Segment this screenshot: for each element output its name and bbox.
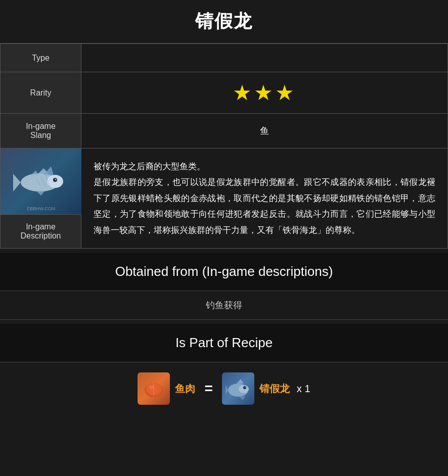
obtained-header-section: Obtained from (In-game descriptions) — [0, 253, 448, 291]
title-section: 锖假龙 — [0, 0, 448, 43]
slang-label: In-gameSlang — [1, 114, 81, 149]
jinlong-icon — [225, 375, 252, 402]
info-table: Type Rarity ★★★ In-gameSlang 鱼 — [0, 43, 448, 149]
result-label: 锖假龙 — [259, 382, 290, 396]
recipe-header-text: Is Part of Recipe — [175, 335, 273, 350]
fish-illustration — [11, 161, 71, 202]
svg-marker-24 — [237, 379, 244, 384]
fish-image: ©BBHW.COM — [1, 149, 81, 214]
recipe-header-section: Is Part of Recipe — [0, 324, 448, 362]
type-row: Type — [1, 44, 448, 72]
rarity-stars: ★★★ — [233, 80, 296, 105]
fish-meat-icon — [141, 376, 166, 401]
obtained-header-text: Obtained from (In-game descriptions) — [115, 264, 333, 279]
page-title: 锖假龙 — [195, 11, 253, 31]
svg-marker-4 — [31, 170, 38, 175]
slang-value: 鱼 — [81, 114, 448, 149]
result-quantity: x 1 — [297, 383, 310, 395]
svg-point-19 — [149, 386, 154, 389]
recipe-result: 锖假龙 x 1 — [222, 372, 310, 405]
ingredient-icon — [138, 372, 170, 405]
slang-row: In-gameSlang 鱼 — [1, 114, 448, 149]
rarity-label: Rarity — [1, 72, 81, 114]
desc-label: In-gameDescription — [1, 214, 81, 248]
ingredient-label: 鱼肉 — [175, 382, 195, 396]
rarity-value: ★★★ — [81, 72, 448, 114]
desc-row-wrapper: ©BBHW.COM In-gameDescription 被传为龙之后裔的大型鱼… — [0, 149, 448, 249]
result-icon — [222, 372, 254, 405]
recipe-ingredient: 鱼肉 — [138, 372, 195, 405]
type-label: Type — [1, 44, 81, 72]
equals-sign: = — [204, 380, 212, 397]
svg-point-7 — [55, 179, 57, 180]
svg-marker-5 — [36, 191, 45, 196]
svg-marker-27 — [239, 396, 246, 400]
obtained-value: 钓鱼获得 — [0, 291, 448, 320]
svg-point-22 — [239, 385, 249, 393]
recipe-items: 鱼肉 = 锖假龙 x 1 — [0, 362, 448, 415]
svg-point-26 — [245, 387, 246, 388]
svg-point-25 — [243, 386, 246, 389]
svg-marker-2 — [13, 174, 21, 192]
desc-content: 被传为龙之后裔的大型鱼类。是假龙族群的旁支，也可以说是假龙族群中的觉醒者。跟它不… — [94, 162, 435, 235]
type-value — [81, 44, 448, 72]
svg-marker-20 — [152, 380, 155, 383]
svg-marker-23 — [226, 385, 228, 395]
rarity-row: Rarity ★★★ — [1, 72, 448, 114]
watermark: ©BBHW.COM — [27, 206, 56, 211]
desc-text: 被传为龙之后裔的大型鱼类。是假龙族群的旁支，也可以说是假龙族群中的觉醒者。跟它不… — [81, 149, 447, 248]
desc-left-col: ©BBHW.COM In-gameDescription — [1, 149, 81, 248]
